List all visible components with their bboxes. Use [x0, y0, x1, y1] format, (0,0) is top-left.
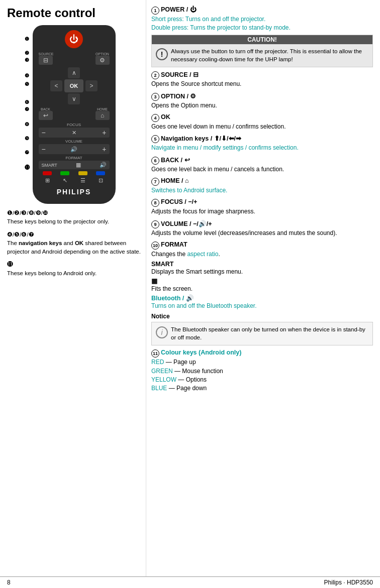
back-desc: Goes one level back in menu / cancels a … — [151, 165, 373, 174]
circle-8: 8 — [151, 199, 159, 207]
remote-label-7: ❼ — [25, 106, 29, 112]
page-title: Remote control — [7, 6, 141, 20]
format-section: FORMAT SMART ▦ 🔊 — [39, 156, 110, 169]
red-key — [43, 171, 52, 175]
remote-label-8: ❽ — [25, 122, 29, 127]
volume-icon: 🔊 — [70, 146, 77, 153]
item-focus: 8 FOCUS / −/+ Adjusts the focus for imag… — [151, 198, 373, 216]
remote-illustration: ❶ ❷ ❸ ❹ ❺ ❻ ❼ ❽ ❾ ❿ ⓫ ⏻ — [7, 25, 141, 204]
remote-label-5: ❺ — [25, 81, 29, 87]
volume-desc: Adjusts the volume level (decreases/incr… — [151, 229, 373, 238]
remote-label-2: ❷ — [25, 50, 29, 56]
footer: 8 Philips · HDP3550 — [0, 576, 380, 588]
nav-up: ∧ — [68, 67, 80, 78]
remote-label-3: ❸ — [25, 57, 29, 63]
bluetooth-desc: Turns on and off the Bluetooth speaker. — [151, 302, 373, 310]
item-back: 6 BACK / ↩ Goes one level back in menu /… — [151, 156, 373, 174]
item-volume: 9 VOLUME / −/🔊/+ Adjusts the volume leve… — [151, 220, 373, 238]
icon-keys-row: ⊞ ↖ ☰ ⊡ — [39, 177, 110, 184]
home-icon: ⌂ — [96, 111, 110, 120]
left-notes: ❶/❷/❸/❽/❾/❿ These keys belong to the pro… — [7, 209, 141, 278]
nav-left: < — [50, 80, 62, 91]
format-title: FORMAT — [161, 241, 187, 248]
circle-2: 2 — [151, 71, 159, 79]
circle-3: 3 — [151, 93, 159, 101]
format-desc: Changes the aspect ratio. — [151, 250, 373, 259]
focus-section: FOCUS − ✕ + — [39, 123, 110, 138]
bluetooth-title: Bluetooth / 🔊 — [151, 295, 194, 302]
colours-title: Colour keys (Android only) — [161, 349, 241, 356]
volume-minus: − — [42, 145, 46, 153]
back-icon: ↩ — [39, 111, 53, 120]
item-home: 7 HOME / ⌂ Switches to Android surface. — [151, 177, 373, 195]
circle-7: 7 — [151, 178, 159, 186]
remote-label-9: ❾ — [25, 136, 29, 141]
remote-label-10: ❿ — [25, 150, 29, 155]
volume-plus: + — [102, 145, 106, 153]
smart-title: SMART — [151, 261, 173, 268]
source-title: SOURCE / ⊟ — [161, 71, 199, 78]
home-label-text: HOME — [97, 107, 108, 111]
note-nums-1: ❶/❷/❸/❽/❾/❿ — [7, 210, 48, 216]
circle-4: 4 — [151, 114, 159, 122]
focus-icon: ✕ — [72, 130, 76, 136]
smart-label: SMART — [42, 163, 57, 168]
circle-11: 11 — [151, 349, 159, 358]
source-icon: ⊟ — [39, 56, 53, 65]
format-icon: ▦ — [76, 162, 81, 168]
focus-plus: + — [102, 129, 106, 137]
option-icon: ⚙ — [96, 56, 110, 65]
item-source: 2 SOURCE / ⊟ Opens the Source shortcut m… — [151, 71, 373, 88]
blue-key — [96, 171, 105, 175]
circle-6: 6 — [151, 157, 159, 165]
power-desc: Short press: Turns on and off the projec… — [151, 15, 373, 33]
remote-label-1: ❶ — [25, 36, 29, 42]
power-button: ⏻ — [65, 30, 83, 48]
caution-box: CAUTION! ! Always use the button to turn… — [151, 35, 373, 67]
source-desc: Opens the Source shortcut menu. — [151, 80, 373, 88]
home-title: HOME / ⌂ — [161, 177, 188, 184]
icon-key-4: ⊡ — [99, 177, 103, 184]
remote-label-4: ❹ — [25, 73, 29, 78]
notice-label: Notice — [151, 313, 373, 320]
option-desc: Opens the Option menu. — [151, 101, 373, 110]
item-format: 10 FORMAT Changes the aspect ratio. SMAR… — [151, 241, 373, 345]
item-nav: 5 Navigation keys / ⬆/⬇/⬅/➡ Navigate in … — [151, 135, 373, 152]
circle-10: 10 — [151, 242, 159, 250]
bluetooth-icon: 🔊 — [100, 162, 107, 168]
remote-label-6: ❻ — [25, 99, 29, 105]
power-title: POWER / ⏻ — [161, 6, 197, 13]
notice-icon: i — [156, 326, 168, 338]
nav-down: ∨ — [68, 93, 80, 104]
nav-right: > — [85, 80, 98, 91]
smart-desc: Displays the Smart settings menu. — [151, 268, 373, 276]
caution-text: Always use the button to turn off the pr… — [171, 47, 368, 64]
item-ok: 4 OK Goes one level down in menu / confi… — [151, 113, 373, 131]
icon-key-2: ↖ — [63, 177, 67, 184]
focus-minus: − — [42, 129, 46, 137]
ok-button: OK — [64, 79, 83, 92]
ok-desc: Goes one level down in menu / confirms s… — [151, 123, 373, 131]
colour-red: RED — Page up — [151, 358, 373, 367]
icon-key-3: ☰ — [80, 177, 85, 184]
volume-title: VOLUME / −/🔊/+ — [161, 220, 212, 227]
focus-desc: Adjusts the focus for image sharpness. — [151, 207, 373, 216]
remote-label-11: ⓫ — [25, 165, 30, 170]
fits-icon: ▦ — [151, 277, 157, 285]
caution-icon: ! — [156, 48, 168, 60]
source-label: SOURCE — [39, 52, 54, 56]
colour-blue: BLUE — Page down — [151, 384, 373, 393]
icon-key-1: ⊞ — [45, 177, 50, 184]
colour-yellow: YELLOW — Options — [151, 376, 373, 384]
circle-1: 1 — [151, 7, 159, 15]
nav-desc: Navigate in menu / modify settings / con… — [151, 144, 373, 152]
back-home-row: BACK ↩ HOME ⌂ — [39, 107, 110, 120]
volume-section: VOLUME − 🔊 + — [39, 139, 110, 154]
colour-keys-row — [39, 171, 110, 175]
home-desc: Switches to Android surface. — [151, 186, 373, 195]
caution-header: CAUTION! — [152, 35, 372, 44]
item-power: 1 POWER / ⏻ Short press: Turns on and of… — [151, 6, 373, 67]
item-colours: 11 Colour keys (Android only) RED — Page… — [151, 349, 373, 393]
item-option: 3 OPTION / ⚙ Opens the Option menu. — [151, 92, 373, 110]
focus-title: FOCUS / −/+ — [161, 198, 197, 205]
